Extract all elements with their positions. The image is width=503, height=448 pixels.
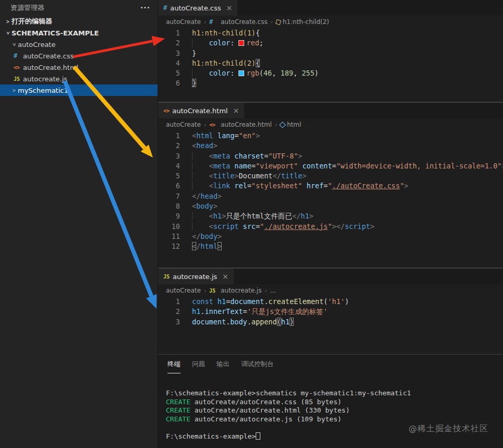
terminal-line: F:\schematics-example>schematics my-sche… xyxy=(166,389,502,398)
code-token: red xyxy=(246,39,259,47)
sidebar-item-autocreate.html[interactable]: <>autoCreate.html xyxy=(0,62,158,73)
line-number: 10 xyxy=(158,222,180,232)
open-editors-section[interactable]: > 打开的编辑器 xyxy=(0,16,158,27)
sidebar-item-autocreate.js[interactable]: JSautocreate.js xyxy=(0,73,158,84)
breadcrumb-separator: › xyxy=(203,122,207,128)
js-file-icon: JS xyxy=(14,76,23,82)
code-token: charset xyxy=(234,152,264,160)
line-number: 11 xyxy=(158,232,180,241)
code-token: > xyxy=(404,181,409,190)
more-actions-icon[interactable]: ··· xyxy=(140,4,150,12)
terminal-token: F:\schematics-example> xyxy=(166,432,256,440)
breadcrumb-item[interactable]: autoCreate xyxy=(166,121,201,128)
line-number: 6 xyxy=(158,181,180,191)
chevron-down-icon: > xyxy=(11,41,17,48)
code-token: append xyxy=(252,318,277,326)
terminal-line: CREATE autoCreate/autocreate.js (109 byt… xyxy=(166,415,502,424)
code-token: script xyxy=(345,222,370,231)
panel-tab-输出[interactable]: 输出 xyxy=(217,360,230,373)
code-token xyxy=(213,131,218,140)
code-token: "viewport" xyxy=(256,162,298,170)
code-token: ) xyxy=(290,318,294,326)
code-token xyxy=(192,181,209,190)
code-line: 8<body> xyxy=(158,201,502,211)
code-token: document xyxy=(230,297,264,306)
code-token: h1 xyxy=(301,212,309,220)
breadcrumb-item[interactable]: h1:nth-child(2) xyxy=(276,18,329,26)
terminal-token: autoCreate/autocreate.js (109 bytes) xyxy=(190,415,342,423)
code-line: 4 <meta name="viewport" content="width=d… xyxy=(158,161,502,171)
code-token: createElement xyxy=(268,297,324,306)
close-icon[interactable]: × xyxy=(226,4,233,12)
js-code-editor[interactable]: 1const h1=document.createElement('h1')2h… xyxy=(158,297,502,327)
code-token: 'h1' xyxy=(328,297,345,306)
breadcrumb-item[interactable]: autoCreate xyxy=(166,18,201,26)
sidebar-item-schematics-example[interactable]: >SCHEMATICS-EXAMPLE xyxy=(0,27,158,39)
breadcrumb-item[interactable]: JSautocreate.js xyxy=(209,287,262,294)
sidebar-item-autocreate.css[interactable]: #autoCreate.css xyxy=(0,50,158,62)
code-token xyxy=(192,162,209,170)
line-number: 12 xyxy=(158,241,180,251)
panel-tab-调试控制台[interactable]: 调试控制台 xyxy=(241,360,274,373)
html-symbol-icon xyxy=(279,122,286,128)
sidebar-item-myschematic1[interactable]: >mySchematic1 xyxy=(0,84,158,96)
sidebar-item-autocreate[interactable]: >autoCreate xyxy=(0,39,158,50)
breadcrumb-separator: › xyxy=(203,19,207,25)
tab-autocreate-html[interactable]: <> autoCreate.html × xyxy=(158,103,244,118)
code-token xyxy=(192,172,209,180)
code-token: > xyxy=(218,192,222,200)
tab-bar: # autoCreate.css × xyxy=(158,0,502,16)
item-label: autoCreate.css xyxy=(23,52,74,60)
code-line: 3} xyxy=(158,49,502,58)
line-content: <title>Document</title> xyxy=(192,171,307,181)
tab-label: autocreate.js xyxy=(173,273,217,281)
close-icon[interactable]: × xyxy=(233,106,239,115)
editor-area: # autoCreate.css × autoCreate›#autoCreat… xyxy=(158,0,502,448)
line-content: h1.innerText='只是js文件生成的标签' xyxy=(192,307,328,317)
line-content: <meta charset="UTF-8"> xyxy=(192,151,302,161)
line-content: <link rel="stylesheet" href="./autoCreat… xyxy=(192,181,409,191)
code-token xyxy=(192,152,209,160)
terminal-token: autoCreate/autoCreate.css (85 bytes) xyxy=(190,398,342,406)
code-token: > xyxy=(218,242,222,250)
breadcrumb-item[interactable]: ... xyxy=(270,287,276,294)
line-number: 3 xyxy=(158,317,180,327)
line-content: <head> xyxy=(192,141,218,151)
code-line: 3document.body.append(h1) xyxy=(158,317,502,327)
breadcrumb-item[interactable]: <>autoCreate.html xyxy=(209,121,272,128)
breadcrumb-separator: › xyxy=(274,122,278,128)
open-editors-label: 打开的编辑器 xyxy=(11,17,52,26)
line-number: 7 xyxy=(158,191,180,201)
code-token: < xyxy=(209,212,213,220)
code-line: 3 <meta charset="UTF-8"> xyxy=(158,151,502,161)
code-token: </ xyxy=(192,192,200,200)
breadcrumb-item[interactable]: html xyxy=(280,121,301,128)
code-token xyxy=(238,222,243,231)
html-file-icon: <> xyxy=(14,64,23,71)
code-token: const xyxy=(192,297,213,306)
code-line: 6} xyxy=(158,78,502,88)
panel-tab-终端[interactable]: 终端 xyxy=(167,360,181,373)
code-line: 2 color: red; xyxy=(158,38,502,48)
line-content: const h1=document.createElement('h1') xyxy=(192,297,349,307)
code-token: < xyxy=(192,141,196,150)
line-content: document.body.append(h1) xyxy=(192,317,294,327)
close-icon[interactable]: × xyxy=(222,272,229,281)
code-token: = xyxy=(247,181,252,190)
color-swatch xyxy=(238,40,244,46)
code-token: ( xyxy=(324,297,328,306)
code-token: ) xyxy=(345,297,349,306)
editor-pane-css: # autoCreate.css × autoCreate›#autoCreat… xyxy=(158,0,502,102)
css-code-editor[interactable]: 1h1:nth-child(1){2 color: red;3}4h1:nth-… xyxy=(158,28,502,89)
line-number: 2 xyxy=(158,141,180,151)
html-code-editor[interactable]: 1<html lang="en">2<head>3 <meta charset=… xyxy=(158,131,502,252)
code-token xyxy=(302,181,306,190)
tab-autocreate-css[interactable]: # autoCreate.css × xyxy=(158,0,237,16)
breadcrumb-item[interactable]: #autoCreate.css xyxy=(209,18,268,26)
panel-tab-问题[interactable]: 问题 xyxy=(192,360,205,373)
tab-autocreate-js[interactable]: JS autocreate.js × xyxy=(158,269,234,284)
breadcrumb-item[interactable]: autoCreate xyxy=(166,287,201,294)
code-token xyxy=(192,39,209,47)
code-line: 6 <link rel="stylesheet" href="./autoCre… xyxy=(158,181,502,191)
css-file-icon: # xyxy=(163,4,167,11)
